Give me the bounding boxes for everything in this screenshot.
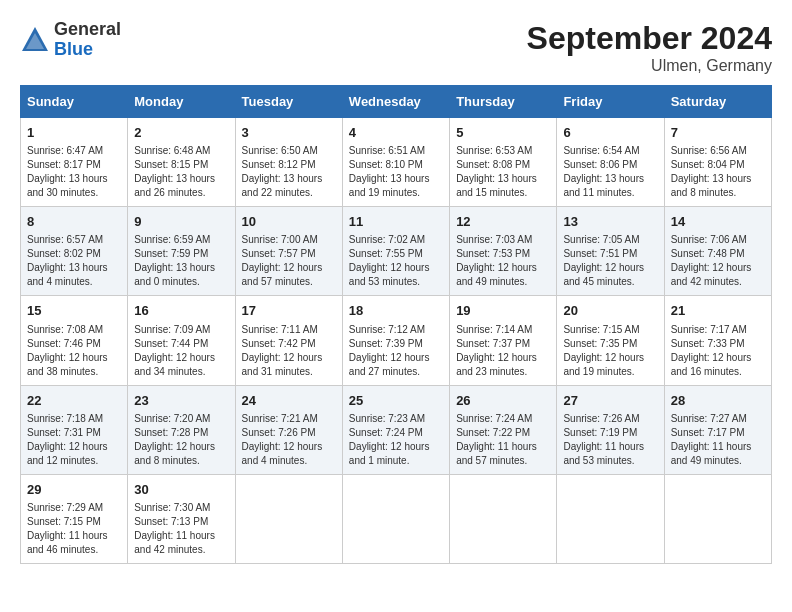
day-number: 25: [349, 392, 443, 410]
logo-line2: Blue: [54, 40, 121, 60]
day-info: Sunrise: 7:02 AM Sunset: 7:55 PM Dayligh…: [349, 233, 443, 289]
day-number: 19: [456, 302, 550, 320]
calendar-cell: 29Sunrise: 7:29 AM Sunset: 7:15 PM Dayli…: [21, 474, 128, 563]
calendar-cell: 3Sunrise: 6:50 AM Sunset: 8:12 PM Daylig…: [235, 118, 342, 207]
day-number: 2: [134, 124, 228, 142]
header-cell-monday: Monday: [128, 86, 235, 118]
day-number: 30: [134, 481, 228, 499]
calendar-cell: 4Sunrise: 6:51 AM Sunset: 8:10 PM Daylig…: [342, 118, 449, 207]
calendar-cell: 25Sunrise: 7:23 AM Sunset: 7:24 PM Dayli…: [342, 385, 449, 474]
day-info: Sunrise: 7:21 AM Sunset: 7:26 PM Dayligh…: [242, 412, 336, 468]
header-cell-friday: Friday: [557, 86, 664, 118]
day-number: 12: [456, 213, 550, 231]
day-info: Sunrise: 6:47 AM Sunset: 8:17 PM Dayligh…: [27, 144, 121, 200]
day-number: 15: [27, 302, 121, 320]
day-number: 23: [134, 392, 228, 410]
day-info: Sunrise: 7:27 AM Sunset: 7:17 PM Dayligh…: [671, 412, 765, 468]
calendar-cell: 22Sunrise: 7:18 AM Sunset: 7:31 PM Dayli…: [21, 385, 128, 474]
day-number: 8: [27, 213, 121, 231]
day-info: Sunrise: 7:06 AM Sunset: 7:48 PM Dayligh…: [671, 233, 765, 289]
calendar-cell: 20Sunrise: 7:15 AM Sunset: 7:35 PM Dayli…: [557, 296, 664, 385]
day-number: 11: [349, 213, 443, 231]
day-info: Sunrise: 7:00 AM Sunset: 7:57 PM Dayligh…: [242, 233, 336, 289]
calendar-cell: [342, 474, 449, 563]
day-info: Sunrise: 7:20 AM Sunset: 7:28 PM Dayligh…: [134, 412, 228, 468]
day-info: Sunrise: 7:11 AM Sunset: 7:42 PM Dayligh…: [242, 323, 336, 379]
day-info: Sunrise: 6:59 AM Sunset: 7:59 PM Dayligh…: [134, 233, 228, 289]
title-block: September 2024 Ulmen, Germany: [527, 20, 772, 75]
header-cell-wednesday: Wednesday: [342, 86, 449, 118]
calendar-cell: [450, 474, 557, 563]
calendar-cell: 18Sunrise: 7:12 AM Sunset: 7:39 PM Dayli…: [342, 296, 449, 385]
day-info: Sunrise: 6:54 AM Sunset: 8:06 PM Dayligh…: [563, 144, 657, 200]
calendar-cell: [664, 474, 771, 563]
calendar-cell: 1Sunrise: 6:47 AM Sunset: 8:17 PM Daylig…: [21, 118, 128, 207]
day-number: 21: [671, 302, 765, 320]
day-number: 5: [456, 124, 550, 142]
day-number: 17: [242, 302, 336, 320]
calendar-row: 29Sunrise: 7:29 AM Sunset: 7:15 PM Dayli…: [21, 474, 772, 563]
day-number: 6: [563, 124, 657, 142]
day-number: 18: [349, 302, 443, 320]
day-number: 28: [671, 392, 765, 410]
day-number: 27: [563, 392, 657, 410]
day-number: 26: [456, 392, 550, 410]
calendar-cell: 15Sunrise: 7:08 AM Sunset: 7:46 PM Dayli…: [21, 296, 128, 385]
calendar-cell: 28Sunrise: 7:27 AM Sunset: 7:17 PM Dayli…: [664, 385, 771, 474]
header-cell-thursday: Thursday: [450, 86, 557, 118]
header-cell-sunday: Sunday: [21, 86, 128, 118]
day-info: Sunrise: 7:12 AM Sunset: 7:39 PM Dayligh…: [349, 323, 443, 379]
header-cell-tuesday: Tuesday: [235, 86, 342, 118]
day-info: Sunrise: 7:14 AM Sunset: 7:37 PM Dayligh…: [456, 323, 550, 379]
calendar-table: SundayMondayTuesdayWednesdayThursdayFrid…: [20, 85, 772, 564]
day-info: Sunrise: 6:53 AM Sunset: 8:08 PM Dayligh…: [456, 144, 550, 200]
calendar-row: 1Sunrise: 6:47 AM Sunset: 8:17 PM Daylig…: [21, 118, 772, 207]
calendar-cell: 19Sunrise: 7:14 AM Sunset: 7:37 PM Dayli…: [450, 296, 557, 385]
day-info: Sunrise: 7:24 AM Sunset: 7:22 PM Dayligh…: [456, 412, 550, 468]
day-info: Sunrise: 7:17 AM Sunset: 7:33 PM Dayligh…: [671, 323, 765, 379]
calendar-cell: 30Sunrise: 7:30 AM Sunset: 7:13 PM Dayli…: [128, 474, 235, 563]
calendar-cell: 6Sunrise: 6:54 AM Sunset: 8:06 PM Daylig…: [557, 118, 664, 207]
day-number: 20: [563, 302, 657, 320]
day-number: 29: [27, 481, 121, 499]
calendar-cell: 5Sunrise: 6:53 AM Sunset: 8:08 PM Daylig…: [450, 118, 557, 207]
calendar-cell: 17Sunrise: 7:11 AM Sunset: 7:42 PM Dayli…: [235, 296, 342, 385]
calendar-cell: 21Sunrise: 7:17 AM Sunset: 7:33 PM Dayli…: [664, 296, 771, 385]
calendar-cell: 16Sunrise: 7:09 AM Sunset: 7:44 PM Dayli…: [128, 296, 235, 385]
day-number: 1: [27, 124, 121, 142]
day-info: Sunrise: 7:15 AM Sunset: 7:35 PM Dayligh…: [563, 323, 657, 379]
logo-icon: [20, 25, 50, 55]
day-info: Sunrise: 6:48 AM Sunset: 8:15 PM Dayligh…: [134, 144, 228, 200]
calendar-cell: [235, 474, 342, 563]
day-info: Sunrise: 7:18 AM Sunset: 7:31 PM Dayligh…: [27, 412, 121, 468]
day-number: 24: [242, 392, 336, 410]
page-subtitle: Ulmen, Germany: [527, 57, 772, 75]
calendar-row: 8Sunrise: 6:57 AM Sunset: 8:02 PM Daylig…: [21, 207, 772, 296]
calendar-cell: 26Sunrise: 7:24 AM Sunset: 7:22 PM Dayli…: [450, 385, 557, 474]
day-info: Sunrise: 6:50 AM Sunset: 8:12 PM Dayligh…: [242, 144, 336, 200]
day-info: Sunrise: 6:57 AM Sunset: 8:02 PM Dayligh…: [27, 233, 121, 289]
calendar-cell: 13Sunrise: 7:05 AM Sunset: 7:51 PM Dayli…: [557, 207, 664, 296]
day-number: 9: [134, 213, 228, 231]
calendar-cell: 2Sunrise: 6:48 AM Sunset: 8:15 PM Daylig…: [128, 118, 235, 207]
day-info: Sunrise: 7:05 AM Sunset: 7:51 PM Dayligh…: [563, 233, 657, 289]
day-info: Sunrise: 7:09 AM Sunset: 7:44 PM Dayligh…: [134, 323, 228, 379]
day-number: 22: [27, 392, 121, 410]
header-row: SundayMondayTuesdayWednesdayThursdayFrid…: [21, 86, 772, 118]
day-info: Sunrise: 7:23 AM Sunset: 7:24 PM Dayligh…: [349, 412, 443, 468]
day-info: Sunrise: 6:51 AM Sunset: 8:10 PM Dayligh…: [349, 144, 443, 200]
day-number: 10: [242, 213, 336, 231]
logo-line1: General: [54, 20, 121, 40]
calendar-cell: 27Sunrise: 7:26 AM Sunset: 7:19 PM Dayli…: [557, 385, 664, 474]
day-info: Sunrise: 7:08 AM Sunset: 7:46 PM Dayligh…: [27, 323, 121, 379]
calendar-row: 15Sunrise: 7:08 AM Sunset: 7:46 PM Dayli…: [21, 296, 772, 385]
day-info: Sunrise: 7:03 AM Sunset: 7:53 PM Dayligh…: [456, 233, 550, 289]
calendar-row: 22Sunrise: 7:18 AM Sunset: 7:31 PM Dayli…: [21, 385, 772, 474]
calendar-cell: 12Sunrise: 7:03 AM Sunset: 7:53 PM Dayli…: [450, 207, 557, 296]
day-number: 3: [242, 124, 336, 142]
calendar-cell: 9Sunrise: 6:59 AM Sunset: 7:59 PM Daylig…: [128, 207, 235, 296]
calendar-cell: [557, 474, 664, 563]
calendar-cell: 14Sunrise: 7:06 AM Sunset: 7:48 PM Dayli…: [664, 207, 771, 296]
day-number: 16: [134, 302, 228, 320]
day-info: Sunrise: 6:56 AM Sunset: 8:04 PM Dayligh…: [671, 144, 765, 200]
